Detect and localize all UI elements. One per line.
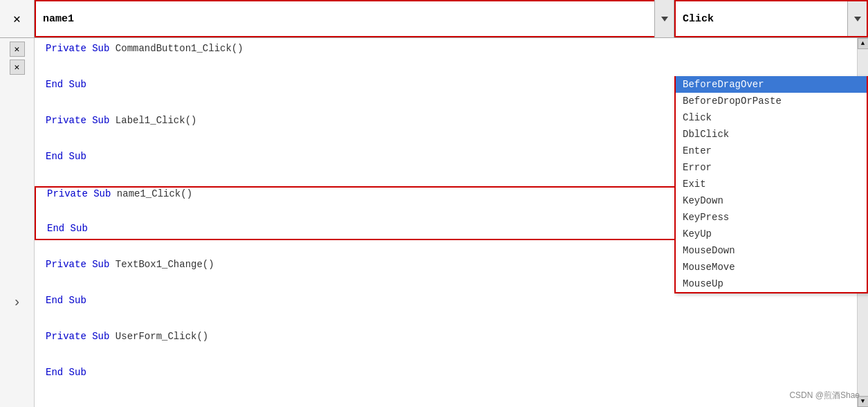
left-gutter: ✕ ✕ › [0,38,35,407]
event-list-item-beforedragover[interactable]: BeforeDragOver [676,76,867,93]
code-keyword: End Sub [46,367,86,378]
event-list-item-click[interactable]: Click [676,109,867,126]
event-list-item-mouseup[interactable]: MouseUp [676,275,867,292]
code-line: End Sub [35,366,857,384]
event-list-overlay: BeforeDragOver BeforeDropOrPaste Click D… [674,76,868,293]
event-list-item-enter[interactable]: Enter [676,143,867,159]
event-list-item-mousemove[interactable]: MouseMove [676,259,867,275]
code-line: End Sub [35,294,857,312]
code-sub-name: UserForm_Click() [116,331,208,342]
code-keyword: Private Sub [47,188,117,199]
gutter-icon-1[interactable]: ✕ [10,42,25,57]
code-keyword: End Sub [46,295,86,306]
code-sub-name: name1_Click() [117,188,192,199]
code-keyword: End Sub [47,223,88,234]
code-keyword: Private Sub [46,331,116,342]
code-sub-name: Label1_Click() [116,115,197,126]
event-dropdown-input[interactable]: Click [676,1,867,36]
event-list-scroll[interactable]: BeforeDragOver BeforeDropOrPaste Click D… [676,76,867,292]
event-dropdown-arrow[interactable] [847,1,867,36]
scroll-up-btn[interactable]: ▲ [858,38,869,49]
name-dropdown-arrow[interactable] [654,0,674,37]
event-list-item-beforedroporpaste[interactable]: BeforeDropOrPaste [676,93,867,109]
code-area: ✕ ✕ › Private Sub CommandButton1_Click()… [0,38,868,407]
name-dropdown-wrapper: name1 [35,0,674,37]
code-keyword: Private Sub [46,43,116,54]
main-container: ✕ name1 Click ✕ ✕ › [0,0,868,407]
code-keyword: Private Sub [46,259,116,270]
toolbar-row: ✕ name1 Click [0,0,868,38]
code-line-empty [35,348,857,366]
event-list-item-keydown[interactable]: KeyDown [676,192,867,209]
event-list-item-dblclick[interactable]: DblClick [676,126,867,143]
event-list-item-keypress[interactable]: KeyPress [676,209,867,226]
event-list-item-mousedown[interactable]: MouseDown [676,242,867,259]
chevron-down-icon-event [854,17,861,21]
code-keyword: End Sub [46,79,86,90]
code-line: Private Sub CommandButton1_Click() [35,42,857,60]
left-icon-col: ✕ [0,0,35,37]
code-sub-name: TextBox1_Change() [116,259,214,270]
code-keyword: End Sub [46,151,86,162]
event-list-item-error[interactable]: Error [676,159,867,176]
event-dropdown-wrapper: Click [674,0,868,37]
nav-arrow[interactable]: › [12,294,21,310]
watermark: CSDN @煎酒Shae [789,390,860,401]
gutter-icon-2[interactable]: ✕ [10,60,25,75]
event-list-item-keyup[interactable]: KeyUp [676,226,867,242]
code-sub-name: CommandButton1_Click() [116,43,243,54]
name-dropdown[interactable]: name1 [35,0,674,37]
chevron-down-icon [661,17,668,21]
close-icon[interactable]: ✕ [10,11,25,26]
code-keyword: Private Sub [46,115,116,126]
event-list-item-exit[interactable]: Exit [676,176,867,192]
code-line-empty [35,312,857,330]
code-line: Private Sub UserForm_Click() [35,330,857,348]
